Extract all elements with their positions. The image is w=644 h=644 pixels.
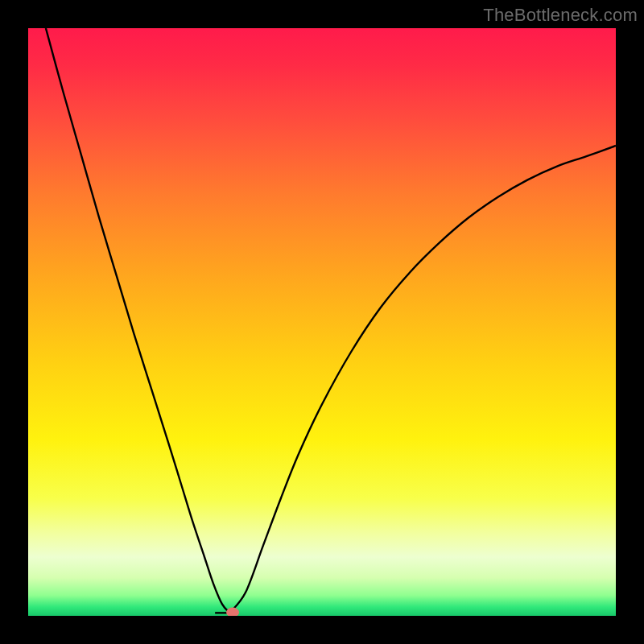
bottleneck-chart (28, 28, 616, 616)
gradient-background (28, 28, 616, 616)
plot-area (28, 28, 616, 616)
watermark-text: TheBottleneck.com (483, 5, 638, 26)
chart-frame: TheBottleneck.com (0, 0, 644, 644)
